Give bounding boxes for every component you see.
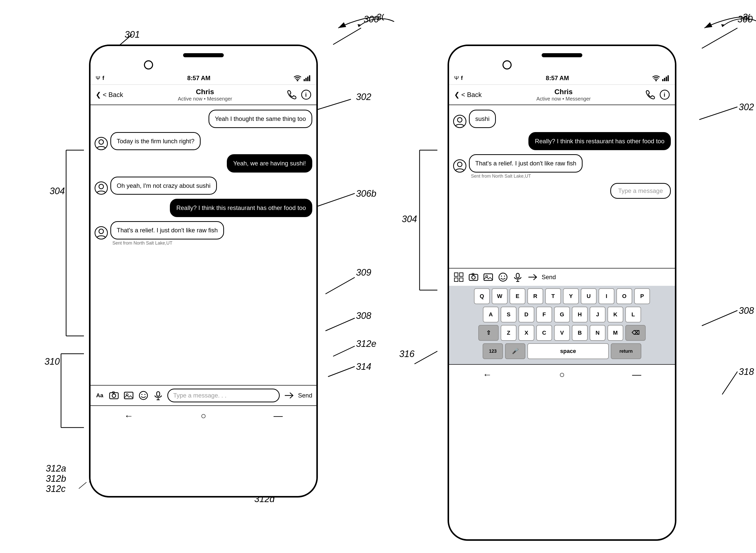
phone2-nav-icons: i: [645, 90, 670, 100]
key-a[interactable]: A: [483, 307, 499, 322]
phone2-back-chevron: ❮: [454, 91, 460, 99]
key-w[interactable]: W: [492, 288, 507, 304]
key-delete[interactable]: ⌫: [625, 325, 646, 341]
phone1-photo-button[interactable]: [123, 390, 134, 401]
phone1-msg-6-group: That's a relief. I just don't like raw f…: [95, 221, 312, 246]
key-m[interactable]: M: [607, 325, 623, 341]
phone2-msg-1: sushi: [453, 110, 671, 128]
phone2-home-nav[interactable]: ○: [559, 369, 565, 380]
phone1-msg-2: Today is the firm lunch right?: [95, 132, 312, 150]
phone1-contact-name: Chris: [178, 88, 232, 96]
svg-point-44: [112, 394, 116, 397]
key-return[interactable]: return: [611, 343, 641, 359]
phone2-facebook-icon: f: [461, 75, 463, 81]
key-y[interactable]: Y: [563, 288, 579, 304]
phone2-camera-button[interactable]: [468, 271, 479, 283]
phone1-send-button[interactable]: Send: [298, 392, 312, 399]
key-d[interactable]: D: [518, 307, 534, 322]
phone1-camera-button[interactable]: [108, 390, 119, 401]
phone2-key-row-1: Q W E R T Y U I O P: [451, 288, 673, 304]
key-p[interactable]: P: [634, 288, 650, 304]
key-g[interactable]: G: [554, 307, 570, 322]
phone2-mic-button[interactable]: [512, 271, 523, 283]
svg-point-72: [499, 273, 507, 281]
svg-rect-58: [667, 75, 669, 81]
phone2-send-button[interactable]: Send: [542, 273, 556, 281]
phone1-avatar-6: [95, 226, 108, 239]
phone1-call-icon[interactable]: [287, 90, 297, 100]
phone1-mic-button[interactable]: [153, 390, 164, 401]
key-u[interactable]: U: [581, 288, 596, 304]
key-o[interactable]: O: [617, 288, 632, 304]
phone2-type-input[interactable]: Type a message: [610, 183, 671, 199]
key-h[interactable]: H: [572, 307, 588, 322]
phone1-back-nav[interactable]: ←: [124, 410, 133, 421]
phone2-speaker: [542, 53, 582, 57]
key-shift[interactable]: ⇧: [478, 325, 499, 341]
phone1-send-icon[interactable]: [283, 390, 294, 401]
ref-318: 318: [739, 367, 754, 377]
phone2-back-label[interactable]: < Back: [461, 91, 482, 99]
phone2-photo-button[interactable]: [483, 271, 494, 283]
phone2-nav-bar: ❮ < Back Chris Active now • Messenger i: [449, 85, 675, 105]
phone2-msg-3-group: That's a relief. I just don't like raw f…: [453, 154, 671, 179]
phone2-nav-title: Chris Active now • Messenger: [536, 88, 591, 102]
key-f[interactable]: F: [536, 307, 552, 322]
key-v[interactable]: V: [554, 325, 570, 341]
svg-point-42: [99, 229, 103, 234]
key-n[interactable]: N: [590, 325, 605, 341]
phone-2: Ψ f 8:57 AM: [448, 45, 676, 541]
key-l[interactable]: L: [625, 307, 641, 322]
phone1-info-icon[interactable]: i: [301, 90, 311, 100]
phone1-bottom-nav: ← ○ —: [91, 405, 316, 426]
phone1-home-nav[interactable]: ○: [201, 410, 206, 421]
phone1-aa-button[interactable]: Aa: [95, 391, 105, 400]
phone2-info-icon[interactable]: i: [660, 90, 670, 100]
phone1-carrier-icon: Ψ: [96, 75, 100, 81]
phone1-speaker: [183, 53, 224, 57]
phone1-avatar-4: [95, 181, 108, 195]
key-s[interactable]: S: [501, 307, 516, 322]
phone2-send-icon[interactable]: [527, 271, 538, 283]
phone1-bubble-1: Yeah I thought the same thing too: [208, 110, 312, 128]
phone1-message-input[interactable]: Type a message. . .: [167, 389, 280, 402]
svg-line-27: [414, 351, 438, 364]
ref-310: 310: [44, 356, 60, 367]
phone2-chat-area: sushi Really? I think this restaurant ha…: [449, 105, 675, 268]
svg-point-74: [504, 275, 505, 276]
phone2-emoji-button[interactable]: [497, 271, 508, 283]
key-r[interactable]: R: [528, 288, 543, 304]
key-123[interactable]: 123: [483, 343, 503, 359]
phone2-call-icon[interactable]: [645, 90, 656, 100]
key-q[interactable]: Q: [474, 288, 490, 304]
key-x[interactable]: X: [518, 325, 534, 341]
phone1-emoji-button[interactable]: [138, 390, 149, 401]
phone2-grid-button[interactable]: [453, 271, 464, 283]
phone2-back-button[interactable]: ❮ < Back: [454, 91, 482, 99]
ref-308-2: 308: [739, 305, 754, 316]
key-mic[interactable]: 🎤: [505, 343, 526, 359]
key-b[interactable]: B: [572, 325, 588, 341]
key-z[interactable]: Z: [501, 325, 516, 341]
key-k[interactable]: K: [607, 307, 623, 322]
svg-rect-70: [484, 274, 492, 281]
key-c[interactable]: C: [536, 325, 552, 341]
phone1-contact-subtitle: Active now • Messenger: [178, 96, 232, 102]
phone1-input-placeholder: Type a message. . .: [173, 392, 226, 399]
phone2-recent-nav[interactable]: —: [632, 369, 641, 380]
key-i[interactable]: I: [598, 288, 615, 304]
phone1-status-left: Ψ f: [96, 75, 104, 81]
phone1-back-button[interactable]: ❮ < Back: [96, 91, 123, 99]
phone1-signal-icon: [304, 75, 311, 81]
key-j[interactable]: J: [590, 307, 605, 322]
ref-306b: 306b: [356, 188, 376, 199]
key-space[interactable]: space: [528, 343, 609, 359]
phone2-back-nav[interactable]: ←: [483, 369, 492, 380]
ref-300-arrow-2: [717, 14, 756, 32]
key-e[interactable]: E: [509, 288, 526, 304]
phone1-recent-nav[interactable]: —: [274, 410, 283, 421]
ref-302-2: 302: [739, 102, 754, 112]
key-t[interactable]: T: [545, 288, 561, 304]
svg-rect-51: [157, 392, 160, 396]
phone1-back-label[interactable]: < Back: [103, 91, 123, 99]
